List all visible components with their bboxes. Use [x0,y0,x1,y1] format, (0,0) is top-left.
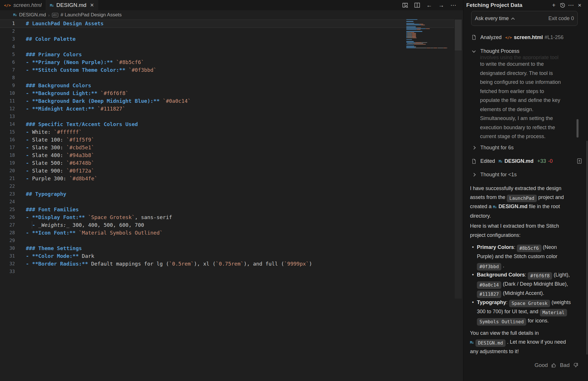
analyzed-file[interactable]: screen.html [514,34,543,40]
code-line[interactable]: 6- **Primary (Neon Purple):** `#8b5cf6` [0,58,463,66]
line-number[interactable]: 26 [0,213,15,221]
code-line[interactable]: 29 [0,237,463,244]
code-line[interactable]: 11- **Background Dark (Deep Midnight Blu… [0,97,463,105]
code-line[interactable]: 2 [0,27,463,35]
edited-file-row[interactable]: Edited M↓ DESIGN.md +33 -0 [463,157,588,165]
code-line[interactable]: 32- **Border Radius:** Default mappings … [0,260,463,268]
line-number[interactable]: 9 [0,82,15,89]
code-line[interactable]: 25### Font Families [0,206,463,213]
line-number[interactable]: 33 [0,268,15,275]
thought-duration-row[interactable]: Thought for 6s [463,144,588,152]
code-line[interactable]: 9### Background Colors [0,82,463,89]
code-line[interactable]: 5### Primary Colors [0,51,463,58]
code-line[interactable]: 16- Slate 100: `#f1f5f9` [0,136,463,144]
code-line[interactable]: 7- **Stitch Custom Theme Color:** `#0f3b… [0,66,463,74]
line-number[interactable]: 13 [0,113,15,120]
line-number[interactable]: 8 [0,74,15,82]
code-chip[interactable]: LaunchPad [507,195,537,202]
code-line[interactable]: 15- White: `#ffffff` [0,128,463,136]
code-chip[interactable]: #111827 [477,291,501,298]
panel-close-icon[interactable]: × [575,1,584,9]
panel-scrollbar[interactable] [586,141,588,355]
line-number[interactable]: 3 [0,35,15,43]
line-number[interactable]: 2 [0,27,15,35]
thought-process-header[interactable]: Thought Process [463,47,588,55]
navigate-back-icon[interactable]: ← [426,2,433,9]
code-line[interactable]: 3## Color Palette [0,35,463,43]
tab-screen-html[interactable]: </> screen.html [0,0,46,10]
line-number[interactable]: 15 [0,128,15,136]
open-diff-icon[interactable] [577,158,582,165]
thought-duration-row[interactable]: Thought for <1s [463,171,588,179]
code-line[interactable]: 17- Slate 300: `#cbd5e1` [0,144,463,151]
line-number[interactable]: 29 [0,237,15,244]
line-number[interactable]: 1 [0,20,15,27]
line-number[interactable]: 10 [0,89,15,97]
code-line[interactable]: 26- **Display Font:** `Space Grotesk`, s… [0,213,463,221]
line-number[interactable]: 14 [0,120,15,128]
code-line[interactable]: 20- Slate 900: `#0f172a` [0,167,463,175]
line-number[interactable]: 22 [0,182,15,190]
tab-design-md[interactable]: M↓ DESIGN.md × [46,0,98,10]
code-line[interactable]: 27 - _Weights:_ 300, 400, 500, 600, 700 [0,221,463,229]
ask-every-time-dropdown[interactable]: Ask every time [475,16,548,22]
line-number[interactable]: 4 [0,43,15,51]
code-line[interactable]: 10- **Background Light:** `#f6f6f8` [0,89,463,97]
code-chip[interactable]: #0a0c14 [477,281,501,289]
code-line[interactable]: 21- Purple 300: `#d8b4fe` [0,175,463,182]
line-number[interactable]: 20 [0,167,15,175]
open-preview-icon[interactable] [402,2,409,9]
line-number[interactable]: 21 [0,175,15,182]
code-line[interactable]: 22 [0,182,463,190]
breadcrumb-symbol[interactable]: # LaunchPad Design Assets [61,12,122,18]
breadcrumb-file[interactable]: DESIGN.md [19,12,46,18]
file-reference-chip[interactable]: DESIGN.md [475,339,506,347]
code-line[interactable]: 4 [0,43,463,51]
code-line[interactable]: 18- Slate 400: `#94a3b8` [0,151,463,159]
editor-more-actions-icon[interactable]: ⋯ [450,2,457,9]
code-line[interactable]: 19- Slate 500: `#64748b` [0,159,463,167]
code-line[interactable]: 12- **Midnight Accent:** `#111827` [0,105,463,113]
line-number[interactable]: 31 [0,252,15,260]
code-editor[interactable]: 1# LaunchPad Design Assets23## Color Pal… [0,20,463,275]
minimap[interactable] [406,19,454,57]
code-line[interactable]: 31- **Color Mode:** Dark [0,252,463,260]
line-number[interactable]: 19 [0,159,15,167]
code-line[interactable]: 24 [0,198,463,206]
thought-scrollbar[interactable] [577,119,579,138]
code-chip[interactable]: #8b5cf6 [517,245,541,252]
thumbs-up-icon[interactable] [551,362,557,368]
line-number[interactable]: 5 [0,51,15,58]
code-line[interactable]: 30### Theme Settings [0,244,463,252]
line-number[interactable]: 30 [0,244,15,252]
line-number[interactable]: 7 [0,66,15,74]
new-chat-icon[interactable]: + [550,1,558,9]
line-number[interactable]: 27 [0,221,15,229]
split-editor-icon[interactable] [414,2,421,9]
navigate-forward-icon[interactable]: → [438,2,445,9]
history-icon[interactable] [558,1,567,9]
line-number[interactable]: 32 [0,260,15,268]
line-number[interactable]: 12 [0,105,15,113]
line-number[interactable]: 25 [0,206,15,213]
line-number[interactable]: 6 [0,58,15,66]
close-tab-icon[interactable]: × [90,2,94,8]
code-chip[interactable]: Material [540,309,567,316]
code-chip[interactable]: Symbols Outlined [477,318,526,326]
line-number[interactable]: 18 [0,151,15,159]
code-chip[interactable]: #0f3bbd [477,263,501,270]
code-line[interactable]: 13 [0,113,463,120]
code-chip[interactable]: Space Grotesk [509,300,550,307]
code-line[interactable]: 1# LaunchPad Design Assets [0,20,463,27]
line-number[interactable]: 11 [0,97,15,105]
minimap-slider[interactable] [455,20,462,51]
code-line[interactable]: 28- **Icon Font:** `Material Symbols Out… [0,229,463,237]
analyzed-file-row[interactable]: Analyzed </> screen.html #L1-256 [463,33,588,41]
line-number[interactable]: 23 [0,190,15,198]
code-line[interactable]: 14### Specific Text/Accent Colors Used [0,120,463,128]
code-line[interactable]: 33 [0,268,463,275]
code-chip[interactable]: #f6f6f8 [528,272,552,280]
line-number[interactable]: 28 [0,229,15,237]
edited-file[interactable]: DESIGN.md [504,158,533,164]
code-line[interactable]: 23## Typography [0,190,463,198]
